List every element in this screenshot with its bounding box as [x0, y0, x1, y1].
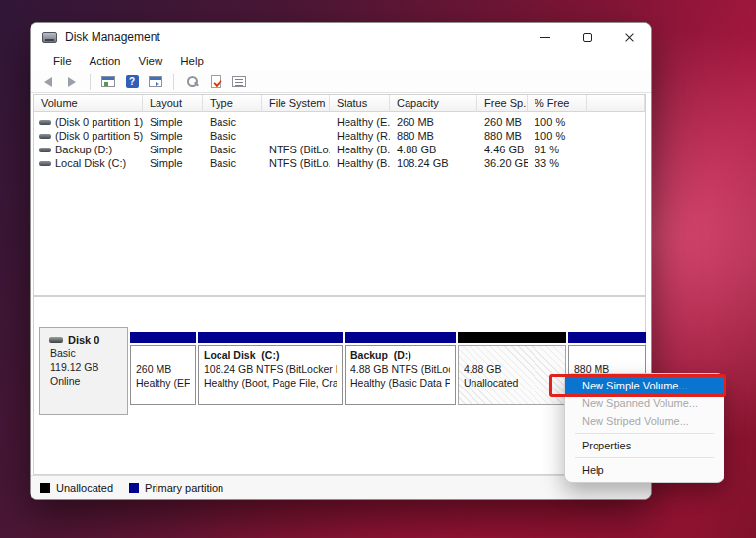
partition-unallocated[interactable]: 4.88 GB Unallocated [458, 332, 566, 415]
volume-blank [587, 143, 645, 156]
volume-icon [39, 161, 51, 166]
volume-status: Healthy (R... [330, 129, 390, 143]
maximize-button[interactable] [566, 23, 608, 52]
menu-action[interactable]: Action [81, 55, 130, 67]
volume-name: Backup (D:) [55, 143, 112, 156]
titlebar[interactable]: Disk Management [31, 23, 651, 52]
partition-status: Unallocated [464, 376, 560, 389]
close-icon [624, 32, 635, 43]
partition-color-bar [130, 332, 196, 343]
maximize-icon [583, 33, 592, 42]
menu-item-properties[interactable]: Properties [565, 437, 724, 454]
rescan-disks-button[interactable] [206, 72, 225, 91]
partition-color-bar [568, 332, 646, 343]
volume-blank [587, 115, 645, 129]
properties-button[interactable] [229, 72, 249, 91]
volume-percent-free: 100 % [528, 115, 587, 129]
volume-list-pane: Volume Layout Type File System Status Ca… [33, 94, 646, 296]
partition-color-bar [198, 332, 343, 343]
volume-icon [39, 134, 51, 139]
volume-row-local-disk-c[interactable]: Local Disk (C:) Simple Basic NTFS (BitLo… [34, 156, 645, 170]
menu-view[interactable]: View [130, 55, 172, 67]
menu-item-new-simple-volume[interactable]: New Simple Volume... [565, 377, 724, 394]
toolbar-separator [90, 74, 91, 90]
volume-name: (Disk 0 partition 5) [55, 129, 143, 143]
disk-type: Basic [50, 346, 127, 360]
window-controls [524, 23, 651, 52]
partition-local-disk-c[interactable]: Local Disk (C:) 108.24 GB NTFS (BitLocke… [198, 332, 343, 415]
refresh-button[interactable] [182, 72, 202, 91]
column-header-layout[interactable]: Layout [143, 95, 203, 112]
volume-row-backup-d[interactable]: Backup (D:) Simple Basic NTFS (BitLo... … [34, 143, 645, 156]
volume-type: Basic [203, 143, 262, 156]
disk-management-window: Disk Management File Action View Help ? [30, 22, 652, 500]
menu-item-help[interactable]: Help [565, 461, 724, 479]
volume-row-disk0-partition5[interactable]: (Disk 0 partition 5) Simple Basic Health… [34, 129, 645, 143]
column-header-free-space[interactable]: Free Sp... [477, 95, 528, 112]
show-action-pane-button[interactable] [146, 72, 165, 91]
volume-file-system [262, 129, 330, 143]
volume-list-body: (Disk 0 partition 1) Simple Basic Health… [34, 112, 645, 170]
back-icon [44, 77, 52, 87]
partition-status: Healthy (Basic Data Pa [350, 376, 450, 389]
unallocated-legend-label: Unallocated [56, 482, 113, 494]
partition-name: Backup (D:) [350, 348, 450, 362]
menu-item-new-striped-volume: New Striped Volume... [565, 412, 724, 430]
column-header-blank[interactable] [587, 95, 645, 112]
volume-layout: Simple [143, 156, 203, 170]
volume-file-system: NTFS (BitLo... [262, 143, 330, 156]
column-header-volume[interactable]: Volume [34, 95, 143, 112]
toolbar: ? [31, 70, 651, 93]
volume-blank [587, 156, 645, 170]
desktop: Disk Management File Action View Help ? [0, 0, 756, 538]
column-header-status[interactable]: Status [330, 95, 390, 112]
partition-name: Local Disk (C:) [204, 348, 337, 362]
volume-status: Healthy (B... [330, 156, 390, 170]
unallocated-swatch-icon [40, 483, 50, 493]
show-console-tree-button[interactable] [98, 72, 118, 91]
partition-size: 108.24 GB NTFS (BitLocker Encr [204, 362, 337, 376]
volume-percent-free: 33 % [528, 156, 587, 170]
column-header-file-system[interactable]: File System [262, 95, 330, 112]
volume-type: Basic [203, 156, 262, 170]
menu-help[interactable]: Help [171, 55, 213, 67]
volume-layout: Simple [143, 143, 203, 156]
properties-icon [232, 76, 246, 87]
partition-status: Healthy (EFI S [136, 376, 190, 389]
partition-backup-d[interactable]: Backup (D:) 4.88 GB NTFS (BitLock Health… [345, 332, 456, 415]
refresh-icon [186, 75, 199, 88]
primary-partition-legend-label: Primary partition [145, 482, 223, 494]
disk-size: 119.12 GB [50, 360, 127, 374]
menu-separator [575, 457, 714, 458]
menu-file[interactable]: File [44, 55, 81, 67]
partition-status: Healthy (Boot, Page File, Crash [204, 376, 337, 389]
partition-efi[interactable]: 260 MB Healthy (EFI S [130, 332, 196, 415]
minimize-button[interactable] [524, 23, 566, 52]
partition-color-bar [458, 332, 566, 343]
disk-graphical-pane: Disk 0 Basic 119.12 GB Online 260 MB Hea… [33, 296, 646, 475]
volume-free-space: 260 MB [477, 115, 528, 129]
window-title: Disk Management [65, 30, 160, 44]
volume-type: Basic [203, 115, 262, 129]
column-header-percent-free[interactable]: % Free [528, 95, 587, 112]
rescan-disks-icon [211, 75, 221, 88]
partition-name [574, 348, 640, 362]
volume-capacity: 880 MB [390, 129, 477, 143]
volume-file-system [262, 115, 330, 129]
volume-free-space: 36.20 GB [477, 156, 528, 170]
column-header-type[interactable]: Type [203, 95, 262, 112]
volume-name: (Disk 0 partition 1) [55, 115, 143, 129]
volume-free-space: 880 MB [477, 129, 528, 143]
volume-status: Healthy (E... [330, 115, 390, 129]
volume-row-disk0-partition1[interactable]: (Disk 0 partition 1) Simple Basic Health… [34, 115, 645, 129]
partition-size: 260 MB [136, 362, 190, 376]
help-button[interactable]: ? [122, 72, 142, 91]
volume-list-header: Volume Layout Type File System Status Ca… [34, 95, 645, 112]
forward-button[interactable] [62, 72, 82, 91]
close-button[interactable] [608, 23, 651, 52]
disk-status: Online [50, 374, 127, 388]
column-header-capacity[interactable]: Capacity [390, 95, 477, 112]
partition-name [464, 348, 560, 362]
back-button[interactable] [38, 72, 58, 91]
disk-0-panel[interactable]: Disk 0 Basic 119.12 GB Online [39, 327, 128, 415]
